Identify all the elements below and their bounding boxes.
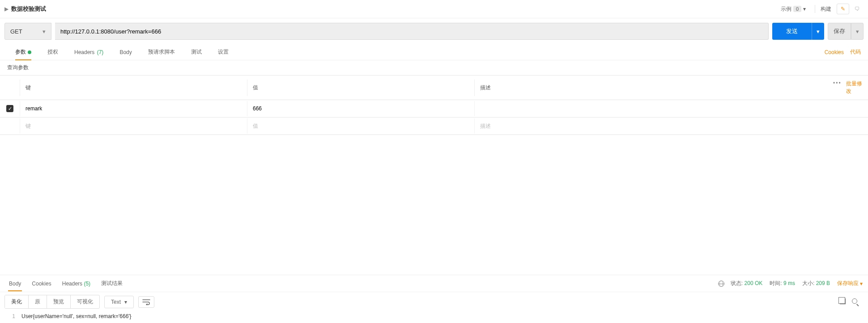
edit-button[interactable]: ✎ xyxy=(837,4,849,14)
table-row: ✓ xyxy=(0,100,868,117)
line-number: 1 xyxy=(0,313,21,319)
col-value: 值 xyxy=(247,80,474,96)
resp-tab-tests[interactable]: 测试结果 xyxy=(96,275,128,292)
tab-params[interactable]: 参数 xyxy=(7,44,39,60)
examples-label: 示例 xyxy=(781,5,791,13)
cookies-link[interactable]: Cookies xyxy=(825,49,844,55)
divider xyxy=(815,5,815,13)
param-value-input[interactable] xyxy=(253,105,469,112)
resp-headers-count: (5) xyxy=(84,281,90,287)
examples-dropdown[interactable]: 示例 0 ▾ xyxy=(777,4,809,14)
search-icon[interactable] xyxy=(852,298,860,306)
examples-count-badge: 0 xyxy=(793,6,801,12)
param-key-input[interactable] xyxy=(26,105,242,112)
http-method-value: GET xyxy=(10,28,22,35)
view-visualize[interactable]: 可视化 xyxy=(70,295,99,308)
tab-body[interactable]: Body xyxy=(111,45,140,59)
chevron-down-icon: ▾ xyxy=(860,281,863,287)
globe-icon[interactable] xyxy=(718,281,724,287)
chevron-down-icon: ▾ xyxy=(43,28,46,35)
col-key: 键 xyxy=(20,80,247,96)
param-value-input-new[interactable] xyxy=(253,123,469,129)
code-link[interactable]: 代码 xyxy=(850,48,861,56)
view-beautify[interactable]: 美化 xyxy=(5,295,28,308)
params-subheading: 查询参数 xyxy=(0,60,868,75)
bulk-edit-link[interactable]: 批量修改 xyxy=(846,80,863,95)
param-key-input-new[interactable] xyxy=(26,123,242,129)
send-button[interactable]: 发送 xyxy=(772,23,812,40)
response-body-line: User{userName='null', sex=null, remark='… xyxy=(21,313,132,319)
tab-settings[interactable]: 设置 xyxy=(210,44,237,60)
title-bar: ▶ 数据校验测试 示例 0 ▾ 构建 ✎ 🗨 xyxy=(0,0,868,18)
copy-icon[interactable] xyxy=(840,298,846,306)
format-select[interactable]: Text ▾ xyxy=(104,296,134,308)
url-bar: GET ▾ 发送 ▾ 保存 ▾ xyxy=(0,18,868,44)
disclosure-triangle-icon[interactable]: ▶ xyxy=(4,6,9,12)
status-block: 状态: 200 OK 时间: 9 ms 大小: 209 B xyxy=(731,280,830,287)
save-response-dropdown[interactable]: 保存响应 ▾ xyxy=(837,280,863,287)
save-dropdown-button[interactable]: ▾ xyxy=(851,23,864,40)
chevron-down-icon: ▾ xyxy=(124,299,127,305)
view-mode-group: 美化 原 预览 可视化 xyxy=(4,295,100,309)
tab-tests[interactable]: 测试 xyxy=(183,44,210,60)
status-value: 200 OK xyxy=(745,280,763,286)
request-tabs: 参数 授权 Headers (7) Body 预请求脚本 测试 设置 Cooki… xyxy=(0,44,868,60)
params-table: 键 值 描述 ••• 批量修改 ✓ xyxy=(0,75,868,135)
time-value: 9 ms xyxy=(783,280,795,286)
param-desc-input[interactable] xyxy=(480,105,822,112)
chevron-down-icon: ▾ xyxy=(803,6,806,12)
view-preview[interactable]: 预览 xyxy=(47,295,70,308)
http-method-select[interactable]: GET ▾ xyxy=(4,23,51,40)
tab-headers[interactable]: Headers (7) xyxy=(66,45,111,59)
comment-icon: 🗨 xyxy=(855,6,860,12)
send-dropdown-button[interactable]: ▾ xyxy=(812,23,824,40)
build-link[interactable]: 构建 xyxy=(821,5,831,13)
tab-prerequest[interactable]: 预请求脚本 xyxy=(140,44,183,60)
resp-tab-headers[interactable]: Headers (5) xyxy=(57,276,96,291)
wrap-toggle[interactable] xyxy=(138,296,154,308)
save-button[interactable]: 保存 xyxy=(828,23,851,40)
param-desc-input-new[interactable] xyxy=(480,123,822,129)
response-toolbar: 美化 原 预览 可视化 Text ▾ xyxy=(0,292,868,311)
row-checkbox[interactable]: ✓ xyxy=(6,105,13,112)
headers-count: (7) xyxy=(97,49,104,55)
table-row-new xyxy=(0,117,868,135)
response-tabs: Body Cookies Headers (5) 测试结果 状态: 200 OK… xyxy=(0,275,868,292)
response-body-viewer[interactable]: 1 User{userName='null', sex=null, remark… xyxy=(0,311,868,323)
pencil-icon: ✎ xyxy=(841,6,845,12)
size-value: 209 B xyxy=(816,280,830,286)
resp-tab-body[interactable]: Body xyxy=(4,276,26,291)
page-title: 数据校验测试 xyxy=(11,5,46,13)
tab-auth[interactable]: 授权 xyxy=(39,44,66,60)
params-header-row: 键 值 描述 ••• 批量修改 xyxy=(0,76,868,100)
resp-tab-cookies[interactable]: Cookies xyxy=(26,276,56,291)
col-desc: 描述 xyxy=(474,80,828,96)
url-input[interactable] xyxy=(55,23,769,40)
wrap-icon xyxy=(142,299,150,305)
comments-button[interactable]: 🗨 xyxy=(851,4,864,14)
view-raw[interactable]: 原 xyxy=(28,295,47,308)
more-icon[interactable]: ••• xyxy=(833,80,842,95)
modified-dot-icon xyxy=(28,50,31,54)
